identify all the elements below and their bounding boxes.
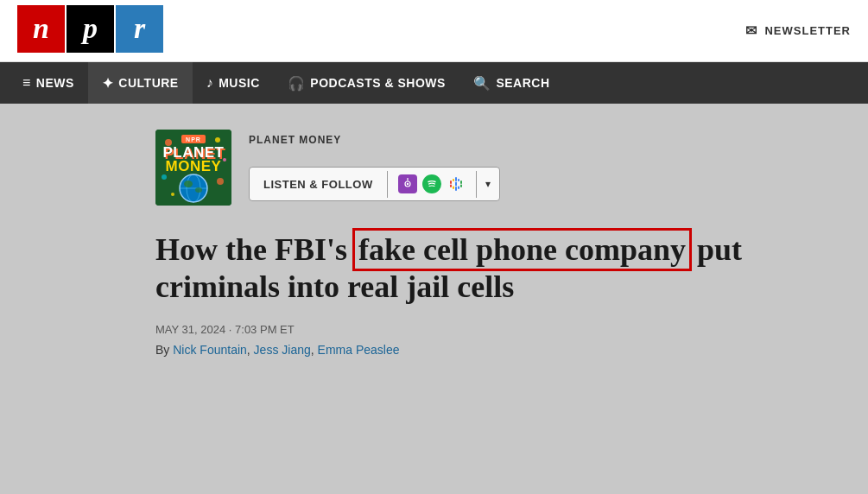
author-emma-peaslee[interactable]: Emma Peaslee: [318, 343, 400, 357]
music-icon: ♪: [206, 75, 214, 91]
logo-letter-p: p: [83, 12, 98, 45]
by-label: By: [155, 343, 169, 357]
apple-podcasts-icon[interactable]: [398, 174, 417, 193]
nav-music-label: MUSIC: [219, 76, 260, 90]
svg-rect-24: [455, 182, 457, 187]
nav-search-label: SEARCH: [496, 76, 549, 90]
author-comma-1: ,: [247, 343, 254, 357]
article-title: How the FBI's fake cell phone company pu…: [155, 231, 812, 306]
author-nick-fountain[interactable]: Nick Fountain: [173, 343, 247, 357]
podcast-header: NPR PLANET MONEY PLANET MONEY: [155, 130, 868, 206]
chevron-down-icon[interactable]: ▾: [476, 171, 499, 198]
author-jess-jiang[interactable]: Jess Jiang: [254, 343, 311, 357]
nav-item-podcasts[interactable]: 🎧 PODCASTS & SHOWS: [274, 62, 459, 104]
main-content: NPR PLANET MONEY PLANET MONEY: [0, 104, 868, 494]
podcast-name: PLANET MONEY: [249, 134, 500, 146]
main-nav: ≡ NEWS ✦ CULTURE ♪ MUSIC 🎧 PODCASTS & SH…: [0, 62, 868, 104]
svg-rect-28: [460, 185, 462, 188]
headphones-icon: 🎧: [288, 75, 306, 92]
podcast-artwork-svg: NPR PLANET MONEY: [155, 130, 231, 206]
nav-item-music[interactable]: ♪ MUSIC: [193, 62, 274, 104]
newsletter-button[interactable]: ✉ NEWSLETTER: [745, 22, 851, 39]
logo-letter-n: n: [33, 12, 49, 45]
spotify-icon[interactable]: [422, 174, 441, 193]
newsletter-label: NEWSLETTER: [764, 24, 851, 37]
logo-n-block: n: [17, 5, 65, 53]
search-icon: 🔍: [473, 75, 491, 92]
article-authors: By Nick Fountain, Jess Jiang, Emma Peasl…: [155, 343, 868, 357]
svg-rect-25: [450, 180, 452, 184]
author-comma-2: ,: [311, 343, 318, 357]
article-date: MAY 31, 2024: [155, 323, 225, 336]
svg-point-4: [162, 174, 167, 180]
npr-logo[interactable]: n p r: [17, 5, 169, 57]
logo-letter-r: r: [134, 12, 145, 45]
site-header: n p r ✉ NEWSLETTER: [0, 0, 868, 62]
svg-point-16: [195, 187, 202, 193]
svg-rect-26: [450, 185, 452, 188]
svg-point-2: [215, 137, 220, 142]
svg-point-5: [217, 178, 224, 185]
logo-p-block: p: [67, 5, 114, 53]
svg-point-15: [184, 180, 193, 187]
nav-podcasts-label: PODCASTS & SHOWS: [310, 76, 446, 90]
logo-container: n p r: [17, 5, 169, 57]
culture-icon: ✦: [102, 75, 114, 92]
nav-item-culture[interactable]: ✦ CULTURE: [88, 62, 193, 104]
envelope-icon: ✉: [745, 22, 757, 39]
svg-rect-27: [460, 180, 462, 184]
podcast-artwork: NPR PLANET MONEY: [155, 130, 231, 206]
nav-item-news[interactable]: ≡ NEWS: [9, 62, 88, 104]
svg-point-21: [424, 176, 440, 192]
article-time-separator: ·: [229, 323, 235, 336]
nav-item-search[interactable]: 🔍 SEARCH: [459, 62, 564, 104]
svg-text:NPR: NPR: [186, 136, 201, 142]
svg-rect-23: [455, 187, 457, 191]
podcast-thumbnail: NPR PLANET MONEY: [155, 130, 231, 206]
svg-rect-32: [458, 187, 459, 190]
listen-follow-label: LISTEN & FOLLOW: [250, 171, 388, 198]
listen-follow-button[interactable]: LISTEN & FOLLOW: [249, 167, 500, 201]
svg-rect-29: [453, 179, 454, 181]
news-icon: ≡: [22, 75, 31, 91]
svg-point-19: [406, 183, 408, 185]
svg-text:MONEY: MONEY: [166, 158, 222, 174]
nav-news-label: NEWS: [36, 76, 74, 90]
nav-culture-label: CULTURE: [118, 76, 178, 90]
svg-point-6: [171, 193, 174, 196]
google-podcasts-icon[interactable]: [447, 174, 466, 193]
article-meta: MAY 31, 2024 · 7:03 PM ET: [155, 323, 868, 336]
logo-r-block: r: [116, 5, 163, 53]
svg-rect-31: [458, 179, 459, 181]
svg-rect-22: [455, 177, 457, 181]
article-title-part1: How the FBI's: [155, 232, 355, 267]
article-time: 7:03 PM ET: [235, 323, 295, 336]
platform-icons-container: [388, 168, 476, 200]
article-title-highlighted: fake cell phone company: [355, 231, 689, 269]
svg-rect-30: [453, 187, 454, 190]
